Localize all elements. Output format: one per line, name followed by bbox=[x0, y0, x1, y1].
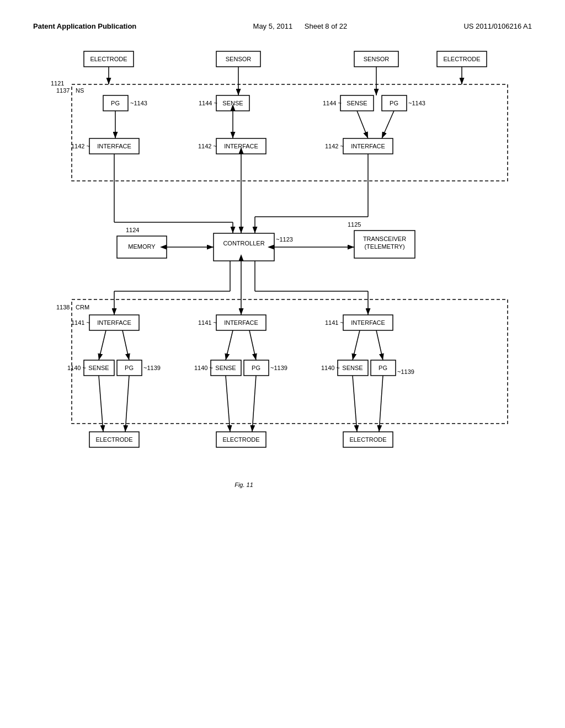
sense-cl-label: SENSE bbox=[222, 100, 243, 106]
figure-label: Fig. 11 bbox=[234, 481, 253, 488]
label-1143b: ~1143 bbox=[408, 100, 425, 106]
interface-bc-label: INTERFACE bbox=[224, 319, 258, 326]
sense-br-label: SENSE bbox=[342, 365, 363, 371]
header-date-sheet: May 5, 2011 Sheet 8 of 22 bbox=[253, 22, 348, 30]
sensor-tcl-label: SENSOR bbox=[226, 56, 252, 62]
pg-bl-label: PG bbox=[125, 365, 134, 371]
label-1124: 1124 bbox=[126, 227, 139, 233]
sense-cr-label: SENSE bbox=[347, 100, 367, 106]
label-1139b: ~1139 bbox=[270, 365, 287, 371]
sense-bl-label: SENSE bbox=[88, 365, 109, 371]
label-1142c: 1142 ~ bbox=[325, 143, 344, 149]
page: Patent Application Publication May 5, 20… bbox=[0, 0, 565, 728]
label-1139a: ~1139 bbox=[143, 365, 161, 371]
label-1142a: 1142 ~ bbox=[71, 143, 90, 149]
label-1139c: ~1139 bbox=[397, 368, 414, 375]
label-1140a: 1140 ~ bbox=[67, 365, 86, 371]
electrode-bl-label: ELECTRODE bbox=[95, 436, 132, 443]
interface-br-label: INTERFACE bbox=[351, 319, 385, 326]
label-1140c: 1140 ~ bbox=[321, 365, 340, 371]
interface-l-label: INTERFACE bbox=[97, 143, 131, 149]
diagram-area: ELECTRODE SENSOR SENSOR ELECTRODE NS 113… bbox=[40, 46, 525, 570]
ns-label: NS bbox=[76, 87, 84, 94]
label-1144b: 1144 ~ bbox=[323, 100, 342, 106]
arrow-interface-bc-sense-bc bbox=[226, 330, 233, 360]
label-1123: ~1123 bbox=[276, 236, 293, 243]
page-header: Patent Application Publication May 5, 20… bbox=[33, 22, 532, 35]
header-publication: Patent Application Publication bbox=[33, 22, 136, 30]
label-1144a: 1144 ~ bbox=[199, 100, 217, 106]
label-1125: 1125 bbox=[348, 221, 361, 228]
label-1138: 1138 bbox=[56, 304, 70, 311]
arrow-interface-br-sense-br bbox=[353, 330, 360, 360]
memory-label: MEMORY bbox=[128, 243, 156, 250]
pg-bc-label: PG bbox=[252, 365, 260, 371]
interface-c-label: INTERFACE bbox=[224, 143, 258, 149]
electrode-tr-label: ELECTRODE bbox=[443, 56, 480, 62]
ns-dashed-box bbox=[72, 84, 508, 181]
label-1141b: 1141 ~ bbox=[198, 319, 217, 326]
arrow-interface-bc-pg-bc bbox=[249, 330, 256, 360]
label-1137: 1137 bbox=[56, 87, 70, 94]
arrow-interface-bl-pg-bl bbox=[122, 330, 129, 360]
pg-br-label: PG bbox=[379, 365, 387, 371]
sense-bc-label: SENSE bbox=[215, 365, 236, 371]
arrow-interface-bl-sense-bl bbox=[99, 330, 106, 360]
header-date: May 5, 2011 bbox=[253, 22, 293, 30]
electrode-br-label: ELECTRODE bbox=[349, 436, 386, 443]
header-patent-number: US 2011/0106216 A1 bbox=[463, 22, 532, 30]
label-1141a: 1141 ~ bbox=[71, 319, 90, 326]
electrode-bc-label: ELECTRODE bbox=[222, 436, 259, 443]
interface-r-label: INTERFACE bbox=[351, 143, 385, 149]
arrow-sense-cr-interface-r bbox=[357, 111, 368, 138]
sensor-tcr-label: SENSOR bbox=[364, 56, 390, 62]
arrow-interface-br-pg-br bbox=[376, 330, 383, 360]
pg-l-label: PG bbox=[111, 100, 120, 106]
label-1141c: 1141 ~ bbox=[325, 319, 344, 326]
pg-r-label: PG bbox=[390, 100, 398, 106]
header-sheet: Sheet 8 of 22 bbox=[305, 22, 347, 30]
transceiver-label1: TRANSCEIVER bbox=[363, 235, 406, 242]
electrode-tl-label: ELECTRODE bbox=[90, 56, 127, 62]
interface-bl-label: INTERFACE bbox=[97, 319, 131, 326]
controller-box bbox=[214, 233, 274, 261]
label-1143a: ~1143 bbox=[130, 100, 147, 106]
label-1142b: 1142 ~ bbox=[198, 143, 217, 149]
controller-label: CONTROLLER bbox=[223, 240, 264, 247]
label-1140b: 1140 ~ bbox=[194, 365, 213, 371]
arrow-pg-r-interface-r bbox=[382, 111, 394, 138]
transceiver-label2: (TELEMETRY) bbox=[364, 243, 404, 250]
diagram-svg: ELECTRODE SENSOR SENSOR ELECTRODE NS 113… bbox=[40, 46, 525, 570]
crm-label: CRM bbox=[76, 304, 89, 311]
label-1121: 1121 bbox=[51, 80, 64, 87]
